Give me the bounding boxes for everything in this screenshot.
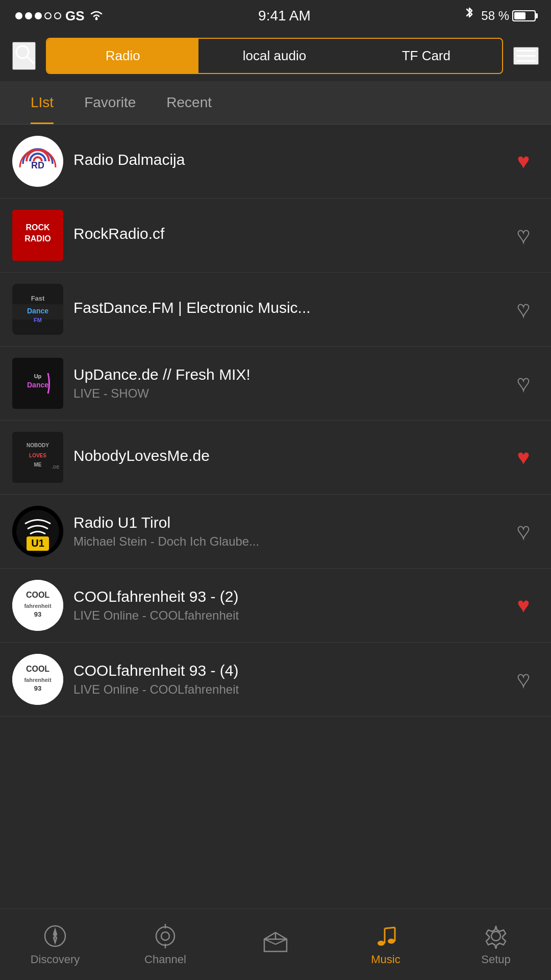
sub-tab-list[interactable]: LIst <box>15 81 69 124</box>
list-item[interactable]: RD Radio Dalmacija ♥ <box>0 125 551 199</box>
tab-radio[interactable]: Radio <box>47 39 198 73</box>
station-info: Radio Dalmacija <box>63 151 508 172</box>
station-name: UpDance.de // Fresh MIX! <box>73 366 498 383</box>
battery-info: 58 % <box>481 9 536 23</box>
dot5 <box>54 12 61 19</box>
list-item[interactable]: Up Dance UpDance.de // Fresh MIX! LIVE -… <box>0 347 551 421</box>
svg-line-2 <box>28 57 34 63</box>
top-nav: Radio local audio TF Card <box>0 31 551 81</box>
nav-label-discovery: Discovery <box>31 953 80 966</box>
station-info: UpDance.de // Fresh MIX! LIVE - SHOW <box>63 366 508 401</box>
svg-text:RADIO: RADIO <box>24 234 51 243</box>
station-subtitle: LIVE Online - COOLfahrenheit <box>73 608 498 623</box>
station-logo: COOL fahrenheit 93 <box>12 580 63 631</box>
svg-point-1 <box>16 46 29 58</box>
compass-icon <box>42 923 68 949</box>
status-bar: GS 9:41 AM 58 % <box>0 0 551 31</box>
svg-text:Dance: Dance <box>27 307 48 315</box>
svg-text:ME: ME <box>34 462 42 468</box>
station-logo: U1 <box>12 506 63 557</box>
list-item[interactable]: ROCK RADIO RockRadio.cf ♥ <box>0 199 551 273</box>
favorite-button[interactable]: ♥ <box>508 516 539 547</box>
station-name: RockRadio.cf <box>73 225 498 242</box>
list-item[interactable]: COOL fahrenheit 93 COOLfahrenheit 93 - (… <box>0 569 551 643</box>
menu-button[interactable] <box>513 47 539 65</box>
radio-list: RD Radio Dalmacija ♥ ROCK RADIO RockRadi… <box>0 125 551 915</box>
station-info: Radio U1 Tirol Michael Stein - Doch Ich … <box>63 514 508 549</box>
channel-icon <box>153 923 178 949</box>
favorite-button[interactable]: ♥ <box>508 590 539 621</box>
station-logo: NOBODY LOVES ME .DE <box>12 432 63 483</box>
favorite-button[interactable]: ♥ <box>508 294 539 325</box>
station-name: FastDance.FM | Electronic Music... <box>73 299 498 316</box>
svg-point-0 <box>95 17 97 20</box>
svg-text:93: 93 <box>34 684 41 692</box>
nav-item-music[interactable]: Music <box>331 918 441 971</box>
battery-bar <box>512 10 536 21</box>
favorite-button[interactable]: ♥ <box>508 146 539 177</box>
station-logo: RD <box>12 136 63 187</box>
menu-line-2 <box>516 55 536 57</box>
station-name: Radio U1 Tirol <box>73 514 498 531</box>
station-name: Radio Dalmacija <box>73 151 498 168</box>
svg-text:Dance: Dance <box>27 381 48 389</box>
svg-marker-34 <box>54 929 57 936</box>
svg-line-44 <box>276 939 287 944</box>
svg-point-45 <box>378 941 385 946</box>
svg-text:U1: U1 <box>31 537 44 549</box>
nav-label-setup: Setup <box>481 953 511 966</box>
svg-point-36 <box>156 927 174 945</box>
menu-line-3 <box>516 60 536 62</box>
station-logo: Fast Dance FM <box>12 284 63 335</box>
nav-item-home[interactable] <box>220 925 331 965</box>
svg-text:NOBODY: NOBODY <box>27 443 49 448</box>
svg-text:Up: Up <box>34 373 42 379</box>
station-info: COOLfahrenheit 93 - (4) LIVE Online - CO… <box>63 662 508 697</box>
tab-tf-card[interactable]: TF Card <box>350 39 502 73</box>
station-logo: Up Dance <box>12 358 63 409</box>
favorite-button[interactable]: ♥ <box>508 442 539 473</box>
search-button[interactable] <box>12 42 36 70</box>
svg-point-50 <box>491 932 500 941</box>
svg-marker-35 <box>54 936 57 943</box>
station-subtitle: LIVE Online - COOLfahrenheit <box>73 682 498 697</box>
list-item[interactable]: COOL fahrenheit 93 COOLfahrenheit 93 - (… <box>0 643 551 717</box>
station-info: NobodyLovesMe.de <box>63 447 508 468</box>
station-info: FastDance.FM | Electronic Music... <box>63 299 508 320</box>
svg-text:LOVES: LOVES <box>29 453 46 458</box>
sub-tab-recent[interactable]: Recent <box>151 81 227 124</box>
battery-fill <box>514 12 525 19</box>
tab-local-audio[interactable]: local audio <box>198 39 350 73</box>
dot3 <box>35 12 42 19</box>
favorite-button[interactable]: ♥ <box>508 368 539 399</box>
station-name: COOLfahrenheit 93 - (4) <box>73 662 498 679</box>
favorite-button[interactable]: ♥ <box>508 664 539 695</box>
nav-item-discovery[interactable]: Discovery <box>0 918 110 971</box>
list-item[interactable]: NOBODY LOVES ME .DE NobodyLovesMe.de ♥ <box>0 421 551 495</box>
svg-text:.DE: .DE <box>52 464 59 470</box>
dot4 <box>44 12 52 19</box>
svg-text:ROCK: ROCK <box>26 223 50 232</box>
station-subtitle: Michael Stein - Doch Ich Glaube... <box>73 534 498 549</box>
box-icon <box>263 930 288 955</box>
svg-point-37 <box>161 932 169 940</box>
svg-line-43 <box>264 939 276 944</box>
sub-tabs: LIst Favorite Recent <box>0 81 551 125</box>
sub-tab-favorite[interactable]: Favorite <box>69 81 151 124</box>
nav-item-setup[interactable]: Setup <box>441 918 551 971</box>
bottom-nav: Discovery Channel Music <box>0 909 551 980</box>
station-name: COOLfahrenheit 93 - (2) <box>73 588 498 605</box>
carrier-label: GS <box>65 8 85 24</box>
svg-text:RD: RD <box>31 160 44 170</box>
nav-label-channel: Channel <box>144 953 186 966</box>
clock: 9:41 AM <box>258 8 311 24</box>
list-item[interactable]: Fast Dance FM FastDance.FM | Electronic … <box>0 273 551 347</box>
list-item[interactable]: U1 Radio U1 Tirol Michael Stein - Doch I… <box>0 495 551 569</box>
menu-line-1 <box>516 50 536 52</box>
station-name: NobodyLovesMe.de <box>73 447 498 464</box>
source-tab-group: Radio local audio TF Card <box>46 38 503 74</box>
station-info: RockRadio.cf <box>63 225 508 246</box>
favorite-button[interactable]: ♥ <box>508 220 539 251</box>
nav-item-channel[interactable]: Channel <box>110 918 220 971</box>
svg-text:fahrenheit: fahrenheit <box>24 603 52 609</box>
